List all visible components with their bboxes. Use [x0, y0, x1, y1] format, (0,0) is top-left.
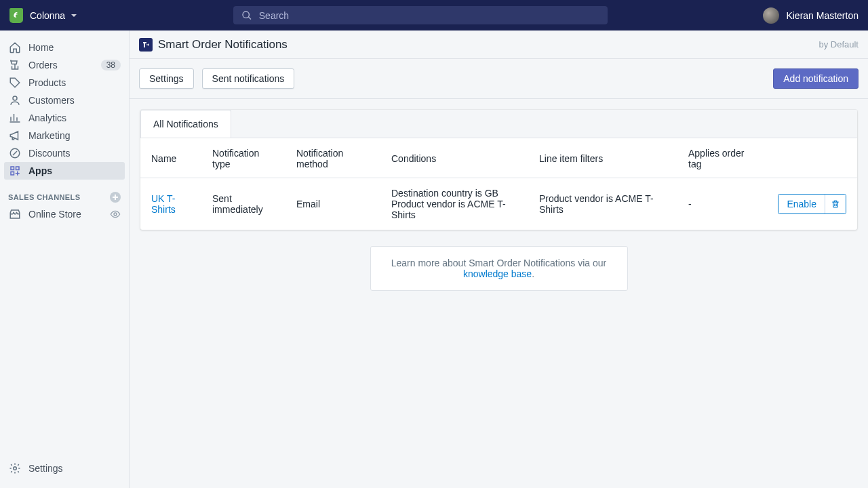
sent-notifications-button[interactable]: Sent notifications — [202, 68, 295, 89]
avatar — [763, 7, 779, 24]
eye-icon[interactable] — [110, 209, 121, 220]
app-icon — [139, 38, 153, 52]
app-title-bar: Smart Order Notifications by Default — [130, 30, 868, 59]
help-box: Learn more about Smart Order Notificatio… — [370, 246, 628, 291]
sidebar-item-apps[interactable]: Apps — [4, 162, 125, 180]
megaphone-icon — [8, 129, 22, 142]
sidebar-item-label: Apps — [28, 165, 52, 176]
notifications-card: All Notifications Name Notification type… — [140, 110, 857, 230]
home-icon — [8, 41, 22, 54]
sales-channels-header: SALES CHANNELS — [0, 192, 129, 203]
enable-button[interactable]: Enable — [778, 195, 825, 214]
tab-all-notifications[interactable]: All Notifications — [140, 110, 231, 138]
notification-conditions: Destination country is GB Product vendor… — [380, 178, 528, 230]
svg-point-1 — [114, 213, 117, 216]
search-icon — [241, 10, 252, 21]
channel-label: Online Store — [28, 209, 81, 220]
topbar: Colonna Search Kieran Masterton — [0, 0, 868, 30]
user-menu[interactable]: Kieran Masterton — [763, 7, 859, 24]
store-icon — [8, 208, 22, 220]
add-notification-button[interactable]: Add notification — [773, 68, 859, 89]
notification-tag: - — [677, 178, 766, 230]
sidebar-item-analytics[interactable]: Analytics — [4, 109, 125, 127]
sidebar-item-customers[interactable]: Customers — [4, 92, 125, 109]
section-label: SALES CHANNELS — [8, 193, 80, 201]
col-tag: Applies order tag — [677, 138, 766, 178]
knowledge-base-link[interactable]: knowledge base — [463, 268, 532, 279]
sidebar-item-orders[interactable]: Orders 38 — [4, 56, 125, 74]
sidebar-item-marketing[interactable]: Marketing — [4, 127, 125, 144]
sidebar-item-label: Settings — [28, 463, 63, 474]
tag-icon — [8, 77, 22, 89]
person-icon — [8, 94, 22, 106]
sidebar-item-label: Discounts — [28, 148, 70, 159]
notification-name-link[interactable]: UK T-Shirts — [151, 193, 176, 215]
col-method: Notification method — [285, 138, 380, 178]
search-placeholder: Search — [259, 10, 289, 21]
sidebar-item-label: Customers — [28, 95, 75, 106]
sidebar-item-home[interactable]: Home — [4, 39, 125, 56]
help-text-prefix: Learn more about Smart Order Notificatio… — [391, 258, 606, 268]
sidebar-item-label: Home — [28, 42, 54, 53]
sidebar-item-label: Analytics — [28, 113, 66, 123]
sidebar-item-label: Products — [28, 77, 66, 88]
sidebar-item-label: Marketing — [28, 130, 70, 141]
sidebar-item-label: Orders — [28, 60, 58, 70]
toolbar: Settings Sent notifications Add notifica… — [130, 59, 868, 99]
main-content: Smart Order Notifications by Default Set… — [130, 30, 868, 488]
shopify-logo-icon[interactable] — [9, 8, 23, 23]
orders-badge: 38 — [101, 60, 121, 70]
notification-type: Sent immediately — [201, 178, 285, 230]
sidebar-item-products[interactable]: Products — [4, 74, 125, 92]
col-type: Notification type — [201, 138, 285, 178]
row-actions: Enable — [778, 194, 846, 214]
trash-icon — [831, 199, 840, 209]
sidebar-item-settings[interactable]: Settings — [4, 458, 125, 479]
plus-icon — [112, 194, 119, 201]
sidebar: Home Orders 38 Products Customers Analyt… — [0, 30, 130, 488]
app-byline: by Default — [818, 39, 859, 49]
condition-line: Product vendor is ACME T-Shirts — [391, 199, 517, 220]
notification-filters: Product vendor is ACME T-Shirts — [528, 178, 677, 230]
col-name: Name — [140, 138, 201, 178]
table-row: UK T-Shirts Sent immediately Email Desti… — [140, 178, 857, 230]
discount-icon — [8, 147, 22, 159]
app-title: Smart Order Notifications — [158, 38, 288, 52]
user-name: Kieran Masterton — [786, 10, 859, 21]
settings-button[interactable]: Settings — [139, 68, 194, 89]
chevron-down-icon[interactable] — [71, 12, 77, 19]
add-channel-button[interactable] — [110, 192, 121, 203]
channel-online-store[interactable]: Online Store — [0, 205, 129, 223]
svg-point-2 — [14, 467, 17, 470]
search-wrap: Search — [77, 6, 763, 24]
store-name[interactable]: Colonna — [30, 10, 65, 21]
search-input[interactable]: Search — [233, 6, 608, 24]
analytics-icon — [8, 112, 22, 124]
condition-line: Destination country is GB — [391, 188, 517, 199]
col-conditions: Conditions — [380, 138, 528, 178]
notification-method: Email — [285, 178, 380, 230]
gear-icon — [8, 462, 22, 474]
notifications-table: Name Notification type Notification meth… — [140, 138, 857, 230]
orders-icon — [8, 59, 22, 71]
tabs: All Notifications — [140, 110, 857, 138]
apps-icon — [8, 165, 22, 177]
delete-button[interactable] — [825, 195, 846, 214]
help-text-suffix: . — [532, 268, 534, 279]
sidebar-item-discounts[interactable]: Discounts — [4, 144, 125, 162]
col-filters: Line item filters — [528, 138, 677, 178]
